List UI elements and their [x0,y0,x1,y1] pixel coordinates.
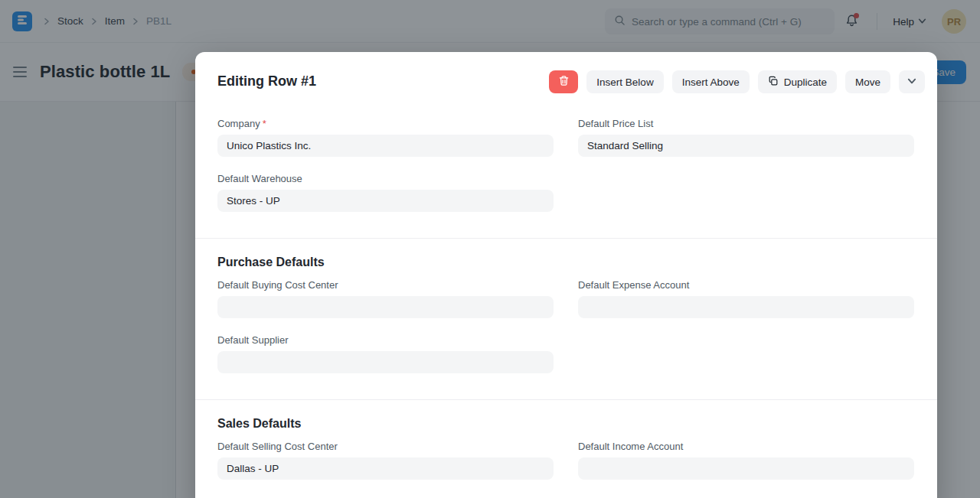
field-default-warehouse: Default Warehouse [217,173,554,212]
sales-defaults-section: Sales Defaults Default Selling Cost Cent… [195,400,937,498]
default-selling-cost-center-input[interactable] [217,457,554,480]
more-actions-button[interactable] [899,70,925,93]
purchase-defaults-heading: Purchase Defaults [217,256,914,269]
trash-icon [558,75,570,89]
delete-row-button[interactable] [549,70,578,93]
modal-header: Editing Row #1 Insert Below Insert Above [195,52,937,101]
default-expense-account-input[interactable] [578,296,914,318]
modal-toolbar: Insert Below Insert Above Duplicate Move [549,70,925,93]
default-income-account-label: Default Income Account [578,441,914,452]
insert-above-button[interactable]: Insert Above [672,70,750,93]
chevron-down-icon [907,76,916,88]
default-price-list-label: Default Price List [578,118,914,129]
insert-below-button[interactable]: Insert Below [586,70,663,93]
default-price-list-input[interactable] [578,135,914,157]
field-default-expense-account: Default Expense Account [578,279,914,318]
default-buying-cost-center-input[interactable] [217,296,554,318]
field-company: Company* [217,118,554,157]
default-warehouse-label: Default Warehouse [217,173,554,184]
edit-row-modal: Editing Row #1 Insert Below Insert Above [195,52,937,498]
default-supplier-label: Default Supplier [217,334,554,346]
default-buying-cost-center-label: Default Buying Cost Center [217,279,554,291]
defaults-section: Company* Default Price List Default Ware… [195,101,937,238]
company-input[interactable] [217,135,554,157]
default-warehouse-input[interactable] [217,190,554,212]
field-default-selling-cost-center: Default Selling Cost Center [217,441,554,480]
field-default-supplier: Default Supplier [217,334,554,373]
field-default-income-account: Default Income Account [578,441,914,480]
duplicate-label: Duplicate [784,76,827,88]
sales-defaults-heading: Sales Defaults [217,417,914,431]
company-label: Company [217,118,260,129]
required-asterisk: * [263,118,266,129]
purchase-defaults-section: Purchase Defaults Default Buying Cost Ce… [195,239,937,399]
default-supplier-input[interactable] [217,351,554,373]
default-income-account-input[interactable] [578,457,914,480]
duplicate-icon [768,76,779,89]
modal-title: Editing Row #1 [217,70,316,90]
default-selling-cost-center-label: Default Selling Cost Center [217,441,554,452]
field-default-buying-cost-center: Default Buying Cost Center [217,279,554,318]
duplicate-button[interactable]: Duplicate [758,70,837,93]
field-default-price-list: Default Price List [578,118,914,157]
move-button[interactable]: Move [845,70,890,93]
default-expense-account-label: Default Expense Account [578,279,914,291]
